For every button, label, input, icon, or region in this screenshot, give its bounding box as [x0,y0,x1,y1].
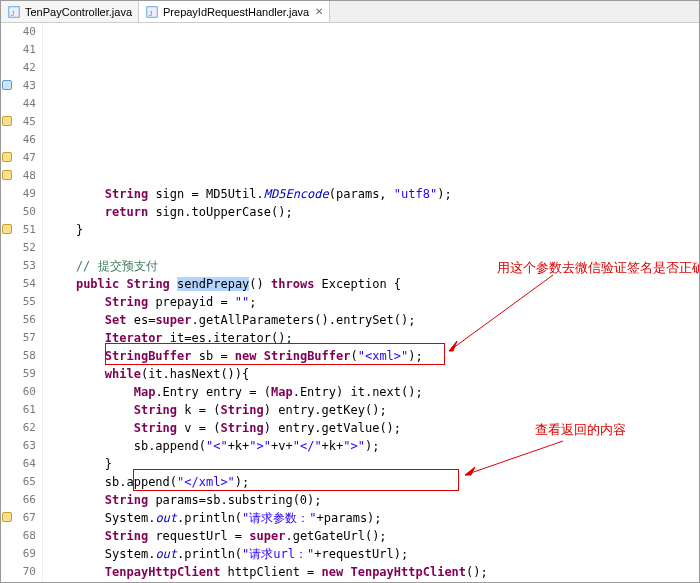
line-number: 61 [1,401,36,419]
code-line[interactable]: System.out.println("请求参数："+params); [47,509,699,527]
info-marker [2,80,12,90]
warning-marker [2,152,12,162]
line-number: 57 [1,329,36,347]
line-number: 68 [1,527,36,545]
code-line[interactable]: String params=sb.substring(0); [47,491,699,509]
code-line[interactable]: while(it.hasNext()){ [47,365,699,383]
code-line[interactable] [47,239,699,257]
line-number: 47 [1,149,36,167]
line-number: 48 [1,167,36,185]
line-number: 69 [1,545,36,563]
warning-marker [2,116,12,126]
code-line[interactable]: return sign.toUpperCase(); [47,203,699,221]
line-number: 63 [1,437,36,455]
line-number: 62 [1,419,36,437]
line-number: 45 [1,113,36,131]
code-line[interactable]: Map.Entry entry = (Map.Entry) it.next(); [47,383,699,401]
code-line[interactable]: String sign = MD5Util.MD5Encode(params, … [47,185,699,203]
line-gutter: 4041424344454647484950515253545556575859… [1,23,43,582]
code-line[interactable]: sb.append("<"+k+">"+v+"</"+k+">"); [47,437,699,455]
line-number: 55 [1,293,36,311]
line-number: 64 [1,455,36,473]
arrow-2 [459,435,569,479]
annotation-1: 用这个参数去微信验证签名是否正确 [497,259,699,277]
tab-label: TenPayController.java [25,6,132,18]
code-area[interactable]: 用这个参数去微信验证签名是否正确 查看返回的内容 String sign = M… [43,23,699,582]
line-number: 50 [1,203,36,221]
code-line[interactable]: public String sendPrepay() throws Except… [47,275,699,293]
svg-text:J: J [149,8,153,17]
line-number: 54 [1,275,36,293]
line-number: 40 [1,23,36,41]
code-line[interactable]: System.out.println("请求url："+requestUrl); [47,545,699,563]
line-number: 42 [1,59,36,77]
code-line[interactable]: TenpayHttpClient httpClient = new Tenpay… [47,563,699,581]
line-number: 60 [1,383,36,401]
tab-label: PrepayIdRequestHandler.java [163,6,309,18]
code-line[interactable]: String k = (String) entry.getKey(); [47,401,699,419]
line-number: 56 [1,311,36,329]
code-line[interactable]: String prepayid = ""; [47,293,699,311]
line-number: 66 [1,491,36,509]
svg-marker-7 [465,467,475,475]
line-number: 59 [1,365,36,383]
line-number: 44 [1,95,36,113]
warning-marker [2,512,12,522]
editor-tabs: J TenPayController.java J PrepayIdReques… [1,1,699,23]
svg-line-4 [449,275,553,351]
tab-tenpaycontroller[interactable]: J TenPayController.java [1,1,139,22]
line-number: 53 [1,257,36,275]
warning-marker [2,224,12,234]
warning-marker [2,170,12,180]
line-number: 51 [1,221,36,239]
tab-prepayidrequesthandler[interactable]: J PrepayIdRequestHandler.java ✕ [139,1,330,22]
code-line[interactable]: } [47,221,699,239]
close-icon[interactable]: ✕ [315,6,323,17]
highlight-box-1 [105,343,445,365]
line-number: 43 [1,77,36,95]
code-line[interactable]: Set es=super.getAllParameters().entrySet… [47,311,699,329]
code-editor[interactable]: 4041424344454647484950515253545556575859… [1,23,699,582]
svg-line-6 [465,441,563,475]
code-line[interactable]: String requestUrl = super.getGateUrl(); [47,527,699,545]
line-number: 58 [1,347,36,365]
java-file-icon: J [7,5,21,19]
code-line[interactable]: httpClient.setReqContent(requestUrl); [47,581,699,582]
svg-text:J: J [11,8,15,17]
line-number: 70 [1,563,36,581]
line-number: 67 [1,509,36,527]
highlight-box-2 [133,469,459,491]
java-file-icon: J [145,5,159,19]
annotation-2: 查看返回的内容 [535,421,626,439]
line-number: 41 [1,41,36,59]
arrow-1 [443,267,563,357]
line-number: 46 [1,131,36,149]
line-number: 49 [1,185,36,203]
line-number: 52 [1,239,36,257]
line-number: 65 [1,473,36,491]
